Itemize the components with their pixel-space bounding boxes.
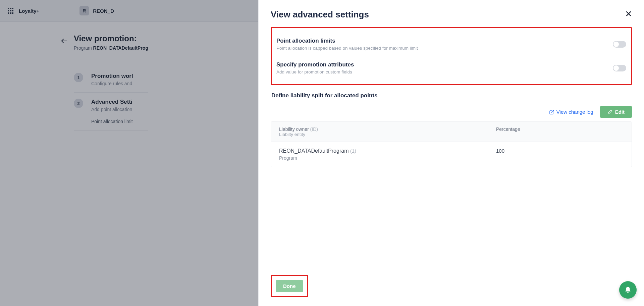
backdrop[interactable]	[0, 0, 258, 306]
advanced-settings-modal: View advanced settings Point allocation …	[258, 0, 644, 306]
row-owner-name: REON_DATADefaultProgram	[279, 148, 348, 154]
setting-promotion-attributes: Specify promotion attributes Add value f…	[274, 56, 628, 80]
liability-section-title: Define liability split for allocated poi…	[271, 92, 632, 99]
setting-title: Specify promotion attributes	[276, 61, 354, 68]
modal-title: View advanced settings	[271, 9, 369, 20]
table-row: REON_DATADefaultProgram (1) Program 100	[271, 142, 632, 167]
setting-title: Point allocation limits	[276, 38, 418, 44]
highlighted-done-box: Done	[271, 275, 308, 297]
edit-button[interactable]: Edit	[600, 106, 632, 118]
liability-actions: View change log Edit	[271, 106, 632, 118]
edit-label: Edit	[615, 109, 625, 115]
notifications-button[interactable]	[619, 281, 637, 299]
svg-line-3	[551, 110, 554, 112]
th-percentage: Percentage	[496, 126, 624, 137]
view-change-log-link[interactable]: View change log	[549, 109, 593, 115]
setting-desc: Add value for promotion custom fields	[276, 69, 354, 74]
bell-icon	[624, 286, 632, 294]
row-entity: Program	[279, 155, 496, 161]
modal-footer: Done	[259, 267, 644, 306]
pencil-icon	[607, 109, 612, 114]
table-body[interactable]: REON_DATADefaultProgram (1) Program 100	[271, 142, 632, 167]
change-log-label: View change log	[556, 109, 593, 115]
close-icon[interactable]	[625, 10, 632, 19]
setting-point-allocation-limits: Point allocation limits Point allocation…	[274, 32, 628, 56]
th-owner: Liability owner	[279, 126, 309, 132]
row-owner-id: (1)	[350, 148, 356, 154]
toggle-promotion-attributes[interactable]	[613, 65, 626, 71]
th-entity: Liabilty entity	[279, 132, 496, 137]
setting-desc: Point allocation is capped based on valu…	[276, 46, 418, 51]
highlighted-settings-box: Point allocation limits Point allocation…	[271, 27, 632, 85]
modal-header: View advanced settings	[259, 0, 644, 27]
liability-table: Liability owner (ID) Liabilty entity Per…	[271, 121, 632, 167]
row-percentage: 100	[496, 148, 624, 161]
external-link-icon	[549, 109, 554, 115]
th-owner-id: (ID)	[310, 126, 318, 132]
table-header: Liability owner (ID) Liabilty entity Per…	[271, 122, 632, 142]
toggle-point-allocation-limits[interactable]	[613, 41, 626, 48]
done-button[interactable]: Done	[276, 280, 303, 292]
